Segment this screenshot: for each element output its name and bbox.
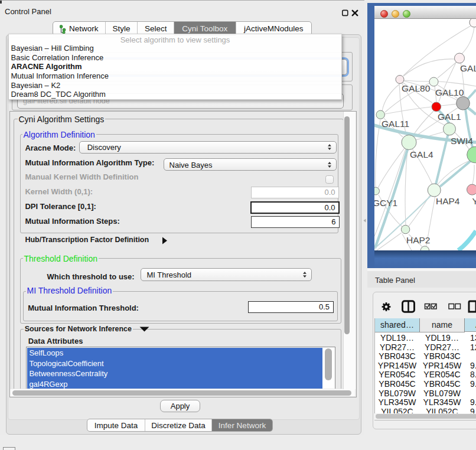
svg-text:GAL4: GAL4 [410, 149, 433, 159]
svg-text:HAP2: HAP2 [406, 235, 431, 245]
svg-text:HAP4: HAP4 [436, 196, 460, 206]
svg-text:GAL1: GAL1 [438, 112, 461, 122]
svg-text:GAL10: GAL10 [435, 87, 464, 97]
svg-text:GAL11: GAL11 [382, 119, 409, 129]
svg-text:GCY1: GCY1 [374, 198, 397, 208]
svg-text:YP: YP [472, 196, 476, 206]
svg-text:GAL80: GAL80 [402, 83, 431, 93]
svg-text:GAL2: GAL2 [460, 63, 476, 73]
svg-text:SWI4: SWI4 [451, 136, 473, 146]
